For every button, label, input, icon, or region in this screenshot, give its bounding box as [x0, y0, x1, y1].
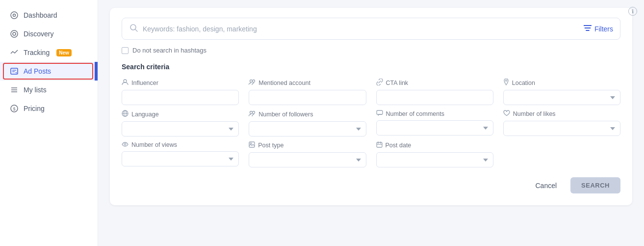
post-type-select[interactable] [249, 152, 366, 167]
search-keywords[interactable]: Keywords: fashion, design, marketing [143, 25, 257, 33]
svg-point-2 [11, 30, 18, 37]
action-row: Cancel SEARCH [122, 177, 620, 193]
my-lists-icon [10, 85, 19, 94]
criteria-row-2: Language Number of f [122, 110, 620, 137]
filters-button[interactable]: Filters [584, 25, 613, 33]
field-influencer: Influencer [122, 79, 239, 105]
field-number-of-followers: Number of followers [249, 110, 366, 137]
no-hashtag-row: Do not search in hashtags [122, 47, 620, 54]
svg-point-3 [13, 32, 16, 35]
field-mentioned-account: Mentioned account [249, 79, 366, 105]
post-date-icon [376, 141, 383, 149]
likes-select[interactable] [503, 121, 620, 136]
post-type-label: Post type [249, 141, 366, 149]
svg-rect-30 [377, 142, 382, 147]
filters-label: Filters [594, 25, 613, 33]
mentioned-account-label: Mentioned account [249, 79, 366, 87]
mentioned-account-icon [249, 79, 256, 87]
criteria-title: Search criteria [122, 63, 620, 71]
cta-link-icon [376, 79, 383, 87]
svg-point-19 [253, 80, 255, 82]
criteria-row-1: Influencer Mentioned account [122, 79, 620, 105]
active-indicator [95, 62, 96, 81]
svg-point-29 [250, 143, 252, 144]
sidebar-item-ad-posts-label: Ad Posts [24, 67, 51, 75]
number-of-likes-label: Number of likes [503, 110, 620, 118]
sidebar-item-ad-posts[interactable]: Ad Posts [0, 62, 98, 81]
sidebar-item-discovery[interactable]: Discovery [0, 25, 98, 43]
search-button[interactable]: SEARCH [570, 177, 620, 193]
row3-spacer [503, 141, 620, 167]
cta-link-input[interactable] [376, 90, 493, 105]
sidebar-item-my-lists[interactable]: My lists [0, 81, 98, 99]
cancel-button[interactable]: Cancel [528, 178, 565, 193]
post-type-icon [249, 141, 255, 149]
location-label: Location [503, 79, 620, 87]
sidebar-item-my-lists-label: My lists [24, 86, 47, 94]
tracking-icon [10, 48, 19, 57]
svg-rect-26 [377, 110, 383, 114]
influencer-input[interactable] [122, 90, 239, 105]
views-icon [122, 141, 129, 148]
mentioned-account-input[interactable] [249, 90, 366, 105]
location-icon [503, 79, 509, 87]
sidebar-item-tracking-label: Tracking [24, 49, 50, 56]
svg-point-27 [124, 143, 126, 145]
views-select[interactable] [122, 151, 239, 166]
comments-icon [376, 110, 383, 117]
tracking-badge: New [56, 49, 72, 56]
pricing-icon: $ [10, 104, 19, 113]
location-select[interactable] [503, 90, 620, 105]
svg-point-18 [250, 80, 253, 82]
sidebar-item-dashboard-label: Dashboard [24, 11, 57, 19]
field-language: Language [122, 110, 239, 137]
search-panel: Keywords: fashion, design, marketing Fil… [110, 8, 632, 205]
field-cta-link: CTA link [376, 79, 493, 105]
svg-text:$: $ [13, 107, 15, 111]
field-post-date: Post date [376, 141, 493, 167]
sidebar-item-tracking[interactable]: Tracking New [0, 43, 98, 62]
svg-point-0 [11, 12, 18, 19]
no-hashtag-label: Do not search in hashtags [132, 47, 206, 54]
discovery-icon [10, 29, 19, 38]
sidebar: Dashboard Discovery Tracking New [0, 0, 98, 246]
sidebar-item-pricing-label: Pricing [24, 105, 45, 112]
no-hashtag-checkbox[interactable] [122, 47, 129, 54]
field-number-of-views: Number of views [122, 141, 239, 167]
main-content: ℹ Keywords: fashion, design, marketing [98, 0, 644, 246]
svg-point-17 [124, 80, 127, 82]
filter-icon [584, 25, 592, 33]
svg-rect-28 [249, 142, 255, 147]
ad-posts-icon [10, 67, 19, 76]
field-number-of-likes: Number of likes [503, 110, 620, 137]
number-of-views-label: Number of views [122, 141, 239, 148]
dashboard-icon [10, 11, 19, 20]
search-bar: Keywords: fashion, design, marketing Fil… [122, 18, 620, 40]
info-icon[interactable]: ℹ [628, 7, 637, 16]
number-of-comments-label: Number of comments [376, 110, 493, 117]
svg-point-24 [250, 111, 253, 114]
search-bar-left: Keywords: fashion, design, marketing [129, 23, 257, 34]
sidebar-item-dashboard[interactable]: Dashboard [0, 6, 98, 25]
criteria-row-3: Number of views Post type [122, 141, 620, 167]
followers-icon [249, 110, 256, 118]
svg-point-12 [130, 25, 136, 30]
post-date-label: Post date [376, 141, 493, 149]
field-location: Location [503, 79, 620, 105]
svg-point-20 [505, 80, 507, 82]
influencer-icon [122, 79, 129, 87]
sidebar-item-pricing[interactable]: $ Pricing [0, 99, 98, 118]
svg-rect-4 [11, 68, 18, 74]
number-of-followers-label: Number of followers [249, 110, 366, 118]
influencer-label: Influencer [122, 79, 239, 87]
language-icon [122, 110, 129, 118]
svg-point-1 [13, 14, 16, 17]
post-date-select[interactable] [376, 152, 493, 167]
field-post-type: Post type [249, 141, 366, 167]
search-icon [129, 23, 139, 34]
followers-select[interactable] [249, 121, 366, 137]
comments-select[interactable] [376, 120, 493, 136]
field-number-of-comments: Number of comments [376, 110, 493, 137]
language-select[interactable] [122, 121, 239, 137]
language-label: Language [122, 110, 239, 118]
